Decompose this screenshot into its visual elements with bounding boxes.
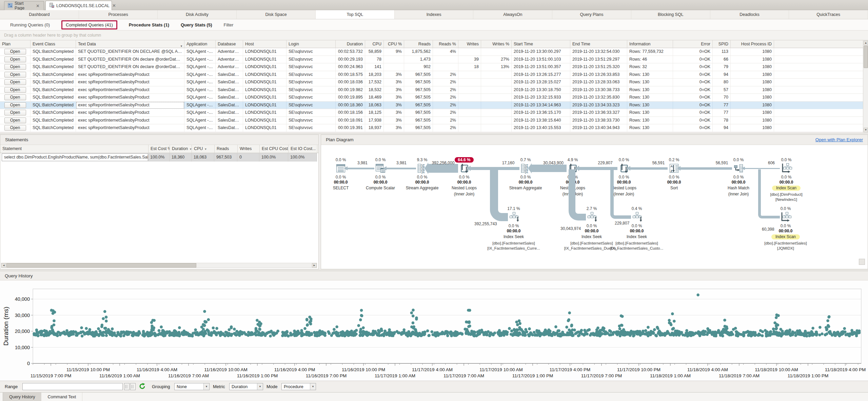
column-header-database[interactable]: Database xyxy=(216,40,243,48)
statements-horizontal-scrollbar[interactable]: ◄ ► xyxy=(1,263,317,268)
table-row[interactable]: OpenSQL:BatchCompletedexec spReportInter… xyxy=(0,86,863,94)
table-row[interactable]: OpenSQL:BatchCompletedexec spReportInter… xyxy=(0,124,863,132)
tab-dashboard[interactable]: Dashboard xyxy=(0,10,79,19)
column-header-cpu-[interactable]: CPU % xyxy=(384,40,404,48)
scroll-down-icon[interactable]: ▼ xyxy=(864,128,868,132)
column-header-start-time[interactable]: Start Time xyxy=(512,40,570,48)
open-plan-button[interactable]: Open xyxy=(4,118,26,123)
column-header-application[interactable]: Application xyxy=(184,40,216,48)
column-header-information[interactable]: Information xyxy=(627,40,673,48)
column-header-host-process-id[interactable]: Host Process ID xyxy=(731,40,774,48)
tab-command-text[interactable]: Command Text xyxy=(41,393,82,401)
column-header-end-time[interactable]: End Time xyxy=(570,40,627,48)
column-header-writes[interactable]: Writes xyxy=(458,40,481,48)
stmt-column-header-statement[interactable]: Statement xyxy=(0,145,149,153)
tab-top-sql[interactable]: Top SQL xyxy=(316,10,395,19)
grid-cell-plan: Open xyxy=(0,48,31,56)
open-plan-button[interactable]: Open xyxy=(4,102,26,108)
scroll-left-icon[interactable]: ◄ xyxy=(1,263,6,268)
table-row[interactable]: OpenSQL:BatchCompletedexec spReportInter… xyxy=(0,71,863,79)
grid-vertical-scrollbar[interactable]: ▲ ▼ xyxy=(863,40,868,133)
column-header-error[interactable]: Error xyxy=(673,40,713,48)
plan-diagram-canvas[interactable]: 0.0 %0.0 %00:00.0SELECT0.0 %0.0 %00:00.0… xyxy=(321,145,868,269)
scrollbar-thumb[interactable] xyxy=(6,263,196,268)
open-with-plan-explorer-link[interactable]: Open with Plan Explorer xyxy=(815,137,863,142)
tab-quicktraces[interactable]: QuickTraces xyxy=(789,10,868,19)
column-header-plan[interactable]: Plan xyxy=(0,40,31,48)
open-plan-button[interactable]: Open xyxy=(4,64,26,70)
column-header-text-data[interactable]: Text Data▼ xyxy=(76,40,184,48)
tab-indexes[interactable]: Indexes xyxy=(395,10,474,19)
open-plan-button[interactable]: Open xyxy=(4,49,26,55)
metric-select[interactable]: Duration ▼ xyxy=(229,383,263,390)
filter-arrow-icon[interactable]: ▼ xyxy=(180,43,183,48)
column-header-host[interactable]: Host xyxy=(243,40,287,48)
tab-disk-activity[interactable]: Disk Activity xyxy=(158,10,237,19)
stmt-column-header-writes[interactable]: Writes xyxy=(238,145,260,153)
chevron-down-icon[interactable]: ▼ xyxy=(257,383,263,390)
open-plan-button[interactable]: Open xyxy=(4,125,26,131)
subtab-completed-queries-41-[interactable]: Completed Queries (41) xyxy=(61,20,117,29)
open-plan-button[interactable]: Open xyxy=(4,57,26,62)
tab-deadlocks[interactable]: Deadlocks xyxy=(710,10,789,19)
grid-cell-reads: 967,505 xyxy=(404,124,433,132)
table-row[interactable]: OpenSQL:BatchCompletedexec spReportInter… xyxy=(0,79,863,86)
group-by-bar[interactable]: Drag a column header here to group by th… xyxy=(0,30,868,40)
column-header-spid[interactable]: SPID xyxy=(713,40,731,48)
column-header-login[interactable]: Login xyxy=(287,40,336,48)
open-plan-button[interactable]: Open xyxy=(4,87,26,93)
tab-blocking-sql[interactable]: Blocking SQL xyxy=(631,10,710,19)
chevron-down-icon[interactable]: ▼ xyxy=(310,383,316,390)
table-row[interactable]: OpenSQL:BatchCompletedSET QUOTED_IDENTIF… xyxy=(0,63,863,71)
open-plan-button[interactable]: Open xyxy=(4,72,26,78)
range-grip-left[interactable] xyxy=(124,383,130,390)
range-input[interactable] xyxy=(22,383,123,390)
svg-text:11/17/2019 1:00 AM: 11/17/2019 1:00 AM xyxy=(375,373,415,378)
operator-name: Index Scan xyxy=(771,234,800,239)
column-header-cpu[interactable]: CPU xyxy=(365,40,384,48)
range-grip-right[interactable] xyxy=(130,383,136,390)
stmt-column-header-duration[interactable]: Duration▼ xyxy=(170,145,192,153)
close-icon[interactable]: ✕ xyxy=(112,3,117,8)
column-header-event-class[interactable]: Event Class xyxy=(31,40,76,48)
close-icon[interactable]: ✕ xyxy=(35,3,40,8)
table-row[interactable]: OpenSQL:BatchCompletedexec spReportInter… xyxy=(0,109,863,117)
table-row[interactable]: OpenSQL:BatchCompletedSET QUOTED_IDENTIF… xyxy=(0,48,863,56)
tab-query-history[interactable]: Query History xyxy=(3,393,41,401)
scroll-right-icon[interactable]: ► xyxy=(312,263,317,268)
stmt-column-header-est-io-cost-[interactable]: Est IO Cost... xyxy=(289,145,317,153)
tab-alwayson[interactable]: AlwaysOn xyxy=(473,10,552,19)
scroll-up-icon[interactable]: ▲ xyxy=(864,41,868,45)
tab-start-page[interactable]: Start Page ✕ xyxy=(4,1,44,10)
table-row[interactable]: OpenSQL:BatchCompletedSET QUOTED_IDENTIF… xyxy=(0,56,863,64)
grouping-select[interactable]: None ▼ xyxy=(174,383,210,390)
tab-londonsql01[interactable]: LONDONSQL01.SE.LOCAL ✕ xyxy=(45,1,112,10)
column-header-writes-[interactable]: Writes % xyxy=(481,40,512,48)
statement-row[interactable]: select dbo.DimProduct.EnglishProductName… xyxy=(0,153,318,162)
column-header-reads-[interactable]: Reads % xyxy=(433,40,458,48)
subtab-query-stats-5-[interactable]: Query Stats (5) xyxy=(181,22,212,27)
open-plan-button[interactable]: Open xyxy=(4,94,26,100)
table-row[interactable]: OpenSQL:BatchCompletedexec spReportInter… xyxy=(0,117,863,125)
tab-query-plans[interactable]: Query Plans xyxy=(552,10,631,19)
table-row[interactable]: OpenSQL:BatchCompletedexec spReportInter… xyxy=(0,94,863,102)
chevron-down-icon[interactable]: ▼ xyxy=(203,383,209,390)
open-plan-button[interactable]: Open xyxy=(4,110,26,115)
tab-disk-space[interactable]: Disk Space xyxy=(237,10,316,19)
table-row[interactable]: OpenSQL:BatchCompletedexec spReportInter… xyxy=(0,102,863,109)
query-history-scatter[interactable]: 010,00020,00030,00040,000Duration (ms)11… xyxy=(0,280,868,381)
subtab-running-queries-0-[interactable]: Running Queries (0) xyxy=(10,22,50,27)
stmt-column-header-est-cost-[interactable]: Est Cost % xyxy=(149,145,170,153)
column-header-duration[interactable]: Duration xyxy=(336,40,365,48)
scrollbar-thumb[interactable] xyxy=(864,46,868,68)
subtab-procedure-stats-1-[interactable]: Procedure Stats (1) xyxy=(129,22,169,27)
stmt-column-header-est-cpu-cost-[interactable]: Est CPU Cost... xyxy=(260,145,289,153)
stmt-column-header-cpu[interactable]: CPU▼ xyxy=(192,145,215,153)
tab-processes[interactable]: Processes xyxy=(79,10,158,19)
stmt-column-header-reads[interactable]: Reads xyxy=(215,145,238,153)
open-plan-button[interactable]: Open xyxy=(4,79,26,85)
refresh-button[interactable] xyxy=(138,382,146,391)
column-header-reads[interactable]: Reads xyxy=(404,40,433,48)
subtab-filter[interactable]: Filter xyxy=(223,22,233,27)
mode-select[interactable]: Procedure ▼ xyxy=(281,383,316,390)
